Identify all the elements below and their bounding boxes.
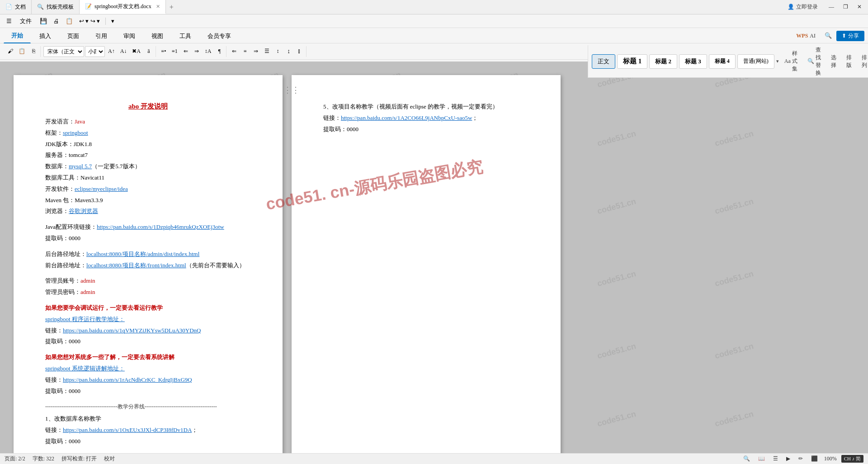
clipboard-group: 🖌 📋 ⎘ <box>4 46 41 57</box>
status-icon1[interactable]: 🔍 <box>741 455 752 463</box>
understand-link-url[interactable]: https://pan.baidu.com/s/1rAcNdhCrKC_Kdrg… <box>63 376 192 383</box>
para-spacing-btn[interactable]: ↨ <box>283 46 293 57</box>
backend-path-link[interactable]: localhost:8080/项目名称/admin/dist/index.htm… <box>86 251 199 257</box>
typeset-btn[interactable]: 排版 <box>843 52 855 71</box>
browser-link[interactable]: 谷歌浏览器 <box>69 208 98 214</box>
format-brush-btn[interactable]: 🖌 <box>5 46 15 57</box>
columns-btn[interactable]: ⫿ <box>294 46 304 57</box>
indent-increase-btn[interactable]: ⇒ <box>192 46 202 57</box>
select-btn[interactable]: 选择 <box>827 52 840 71</box>
outline-btn[interactable]: ¶ <box>214 46 224 57</box>
sort-btn[interactable]: ↕A <box>203 46 214 57</box>
style-more-btn[interactable]: ▾ <box>776 58 779 64</box>
status-icon2[interactable]: 📖 <box>756 455 767 463</box>
share-btn[interactable]: ⬆ 分享 <box>836 31 864 41</box>
doc-icon: 📄 <box>5 4 12 10</box>
style-panel-right: Aa 样式集 🔍 查找替换 选择 排版 排列 公式模板 <box>781 45 868 78</box>
line-spacing-btn[interactable]: ↕ <box>273 46 283 57</box>
number-list-btn[interactable]: ≡1 <box>170 46 180 57</box>
find-icon: 🔍 <box>807 58 814 65</box>
save-icon[interactable]: 💾 <box>37 16 50 27</box>
font-size-inc-btn[interactable]: A↑ <box>106 46 117 57</box>
java-env-link[interactable]: https://pan.baidu.com/s/1Dzpiqb46mrukQzX… <box>97 223 224 230</box>
menu-file[interactable]: 文件 <box>15 15 36 27</box>
springboot-link[interactable]: springboot <box>63 129 88 136</box>
tab-yemian[interactable]: 页面 <box>60 29 87 43</box>
status-icon3[interactable]: ☰ <box>771 455 780 463</box>
tab-gongju[interactable]: 工具 <box>172 29 199 43</box>
tab-shitu[interactable]: 视图 <box>144 29 171 43</box>
info-browser: 浏览器：谷歌浏览器 <box>45 207 251 216</box>
tab-charu[interactable]: 插入 <box>32 29 59 43</box>
tab-close-btn[interactable]: ✕ <box>156 4 160 9</box>
search-icon[interactable]: 🔍 <box>822 30 835 41</box>
title-bar: 📄 文档 🔍 找板壳模板 📝 springboot开发文档.docx ✕ + 👤… <box>0 0 868 14</box>
mysql-link[interactable]: mysql 5.7 <box>69 163 92 170</box>
view-mode: 校对 <box>104 455 115 463</box>
font-size-select[interactable]: 小四 <box>85 46 105 57</box>
font-name-select[interactable]: 宋体（正文） <box>43 46 84 57</box>
info-maven: Maven 包：Maven3.3.9 <box>45 196 251 205</box>
status-icon5[interactable]: ✏ <box>797 455 805 463</box>
tab-template[interactable]: 🔍 找板壳模板 <box>32 0 80 14</box>
understand-title: 如果您想对系统多一些了解，一定要去看系统讲解 <box>45 353 251 362</box>
style-zhengwen-btn[interactable]: 正文 <box>592 54 615 69</box>
phonetic-btn[interactable]: ā <box>144 46 154 57</box>
indent-decrease-btn[interactable]: ⇐ <box>181 46 191 57</box>
backend-path-row: 后台路径地址：localhost:8080/项目名称/admin/dist/in… <box>45 250 251 259</box>
divider1 <box>105 18 106 25</box>
lang-btn[interactable]: CH ♪ 简 <box>841 455 863 463</box>
find-replace-btn[interactable]: 🔍 查找替换 <box>804 45 825 78</box>
align-justify-btn[interactable]: ☰ <box>262 46 272 57</box>
understand-link[interactable]: springboot 系统逻辑讲解地址： <box>45 365 125 372</box>
spell-check: 拼写检查: 打开 <box>61 455 97 463</box>
tab-yinyong[interactable]: 引用 <box>88 29 115 43</box>
wps-ai-btn[interactable]: WPS WPS AI AI <box>792 31 820 41</box>
copy-icon[interactable]: 📋 <box>63 16 75 27</box>
style-biaoti3-btn[interactable]: 标题 3 <box>679 54 707 69</box>
arrange-btn[interactable]: 排列 <box>858 52 868 71</box>
style-biaoti4-btn[interactable]: 标题 4 <box>709 54 736 69</box>
clear-format-btn[interactable]: ✖A <box>130 46 143 57</box>
frontend-path-link[interactable]: localhost:8080/项目名称/front/index.html <box>86 262 186 269</box>
style-biaoti2-btn[interactable]: 标题 2 <box>649 54 677 69</box>
tab-huiyuan[interactable]: 会员专享 <box>200 29 239 43</box>
status-icon4[interactable]: ▶ <box>784 455 792 463</box>
style-putong-btn[interactable]: 普通(网站) <box>737 54 774 69</box>
tab-document[interactable]: 📄 文档 <box>0 0 32 14</box>
undo-group[interactable]: ↩ ▾ ↪ ▾ <box>76 16 103 27</box>
item1-code-row: 提取码：0000 <box>45 437 251 446</box>
tab-add-btn[interactable]: + <box>166 3 177 11</box>
tab-shenyue[interactable]: 审阅 <box>116 29 143 43</box>
login-btn[interactable]: 👤 立即登录 <box>783 2 822 12</box>
tab-docx[interactable]: 📝 springboot开发文档.docx ✕ <box>80 0 166 14</box>
more-icon[interactable]: ▾ <box>108 16 117 27</box>
doc-page-1: abo 开发说明 开发语言：Java 框架：springboot JDK版本：J… <box>14 75 283 453</box>
align-left-btn[interactable]: ⇐ <box>229 46 239 57</box>
align-right-btn[interactable]: ⇒ <box>251 46 261 57</box>
close-btn[interactable]: ✕ <box>854 3 864 11</box>
run-link-url[interactable]: https://pan.baidu.com/s/1qVMYZiJKYsw5DLu… <box>63 327 201 334</box>
hamburger-icon[interactable]: ☰ <box>4 16 14 27</box>
styles-set-btn[interactable]: Aa 样式集 <box>781 48 801 74</box>
bullet-list-btn[interactable]: ≡• <box>159 46 169 57</box>
copy-btn2[interactable]: ⎘ <box>28 46 38 57</box>
info-db: 数据库：mysql 5.7（一定要5.7版本） <box>45 162 251 171</box>
run-link-label-row: springboot 程序运行教学地址： <box>45 315 251 324</box>
maximize-btn[interactable]: ❐ <box>840 3 851 11</box>
understand-link-row: 链接：https://pan.baidu.com/s/1rAcNdhCrKC_K… <box>45 375 251 385</box>
page2-link[interactable]: https://pan.baidu.com/s/1A2CO66L9jANbpCx… <box>341 114 472 121</box>
print-icon[interactable]: 🖨 <box>51 16 62 27</box>
font-size-dec-btn[interactable]: A↓ <box>118 46 129 57</box>
template-icon: 🔍 <box>37 4 44 10</box>
align-center-btn[interactable]: ≡ <box>240 46 250 57</box>
item1-link[interactable]: https://pan.baidu.com/s/1OxEUx3JXl-dCP3I… <box>63 426 192 433</box>
status-icon6[interactable]: ⬛ <box>809 455 820 463</box>
tab-kaishi[interactable]: 开始 <box>4 28 31 43</box>
minimize-btn[interactable]: — <box>826 3 837 11</box>
run-link[interactable]: springboot 程序运行教学地址： <box>45 316 125 322</box>
style-biaoti1-btn[interactable]: 标题 1 <box>617 54 647 69</box>
ide-link[interactable]: eclipse/myeclipse/idea <box>75 185 128 192</box>
paste-btn[interactable]: 📋 <box>16 46 28 57</box>
share-icon: ⬆ <box>842 33 846 39</box>
